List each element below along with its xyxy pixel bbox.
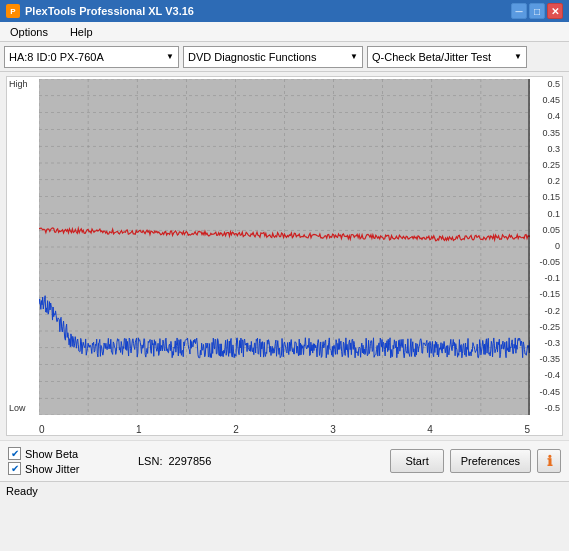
menu-bar: Options Help — [0, 22, 569, 42]
function-dropdown[interactable]: DVD Diagnostic Functions ▼ — [183, 46, 363, 68]
close-button[interactable]: ✕ — [547, 3, 563, 19]
lsn-section: LSN: 2297856 — [138, 455, 211, 467]
x-axis: 012345 — [39, 415, 530, 435]
function-dropdown-arrow: ▼ — [350, 52, 358, 61]
toolbar: HA:8 ID:0 PX-760A ▼ DVD Diagnostic Funct… — [0, 42, 569, 72]
minimize-button[interactable]: ─ — [511, 3, 527, 19]
show-beta-checkbox[interactable]: ✔ — [8, 447, 21, 460]
start-button[interactable]: Start — [390, 449, 443, 473]
bottom-panel: ✔ Show Beta ✔ Show Jitter LSN: 2297856 S… — [0, 440, 569, 481]
preferences-button[interactable]: Preferences — [450, 449, 531, 473]
window-title: PlexTools Professional XL V3.16 — [25, 5, 194, 17]
menu-options[interactable]: Options — [4, 24, 54, 40]
menu-help[interactable]: Help — [64, 24, 99, 40]
test-dropdown[interactable]: Q-Check Beta/Jitter Test ▼ — [367, 46, 527, 68]
low-label: Low — [9, 403, 26, 413]
show-jitter-checkbox[interactable]: ✔ — [8, 462, 21, 475]
status-text: Ready — [6, 485, 38, 497]
function-dropdown-label: DVD Diagnostic Functions — [188, 51, 316, 63]
status-bar: Ready — [0, 481, 569, 499]
show-beta-row: ✔ Show Beta — [8, 447, 118, 460]
lsn-label: LSN: — [138, 455, 162, 467]
lsn-value: 2297856 — [168, 455, 211, 467]
show-beta-label: Show Beta — [25, 448, 78, 460]
device-dropdown[interactable]: HA:8 ID:0 PX-760A ▼ — [4, 46, 179, 68]
right-buttons: Start Preferences ℹ — [390, 449, 561, 473]
app-icon: P — [6, 4, 20, 18]
info-button[interactable]: ℹ — [537, 449, 561, 473]
y-axis-right: 0.50.450.40.350.3 0.250.20.150.10.05 0-0… — [530, 79, 562, 413]
show-jitter-label: Show Jitter — [25, 463, 79, 475]
title-bar: P PlexTools Professional XL V3.16 ─ □ ✕ — [0, 0, 569, 22]
high-label: High — [9, 79, 28, 89]
chart-area: High Low 0.50.450.40.350.3 0.250.20.150.… — [6, 76, 563, 436]
test-dropdown-arrow: ▼ — [514, 52, 522, 61]
device-dropdown-arrow: ▼ — [166, 52, 174, 61]
chart-canvas — [39, 79, 530, 415]
checkboxes: ✔ Show Beta ✔ Show Jitter — [8, 447, 118, 475]
device-dropdown-label: HA:8 ID:0 PX-760A — [9, 51, 104, 63]
show-jitter-row: ✔ Show Jitter — [8, 462, 118, 475]
test-dropdown-label: Q-Check Beta/Jitter Test — [372, 51, 491, 63]
maximize-button[interactable]: □ — [529, 3, 545, 19]
chart-canvas-container — [39, 79, 530, 415]
